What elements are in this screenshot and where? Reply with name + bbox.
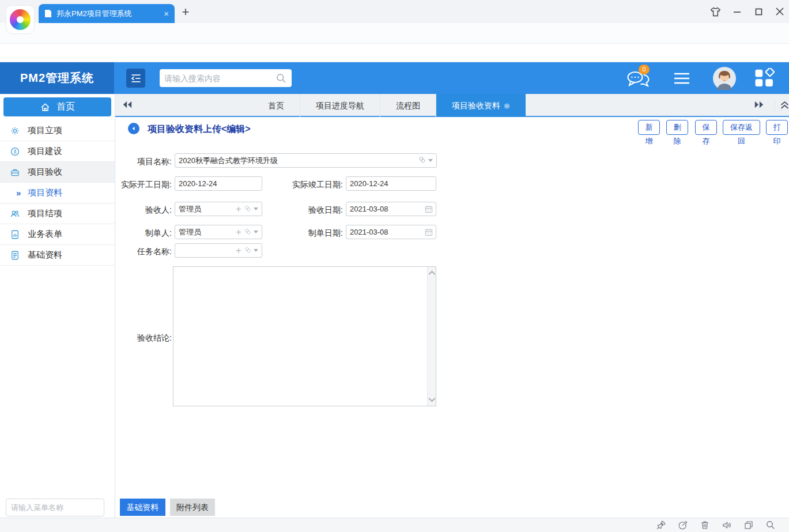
sidebar-item-project-acceptance[interactable]: 项目验收 [0, 162, 115, 183]
dropdown-caret-icon[interactable] [254, 249, 258, 252]
dropdown-caret-icon[interactable] [428, 159, 433, 162]
document-icon [9, 250, 21, 261]
back-arrow-icon [131, 126, 137, 131]
sidebar-collapse-button[interactable] [126, 69, 145, 88]
page-favicon-icon [44, 9, 52, 18]
browser-logo[interactable] [6, 5, 35, 34]
sidebar-item-project-closure[interactable]: 项目结项 [0, 203, 115, 224]
sidebar-item-label: 项目验收 [28, 167, 62, 178]
acceptor-input[interactable] [175, 205, 234, 213]
accept-date-input[interactable] [346, 205, 424, 213]
browser-tab[interactable]: 邦永PM2项目管理系统 × [39, 4, 175, 23]
calendar-icon[interactable] [424, 205, 433, 214]
scroll-down-icon[interactable] [428, 397, 436, 402]
print-button[interactable]: 打印 [766, 120, 788, 135]
sidebar-item-project-documents[interactable]: » 项目资料 [0, 183, 115, 203]
global-search-box[interactable] [160, 69, 292, 87]
add-button[interactable]: 新增 [638, 120, 660, 135]
textarea-scrollbar[interactable] [427, 267, 436, 406]
save-return-button[interactable]: 保存返回 [723, 120, 760, 135]
calendar-icon[interactable] [424, 228, 433, 237]
search-icon[interactable] [275, 73, 287, 84]
delete-button[interactable]: 删除 [666, 120, 688, 135]
sidebar-item-project-construction[interactable]: $ 项目建设 [0, 141, 115, 162]
task-name-input[interactable] [175, 246, 234, 255]
svg-text:$: $ [14, 149, 17, 154]
volume-icon[interactable] [722, 520, 733, 531]
boost-rocket-icon[interactable] [656, 520, 667, 531]
actual-end-label: 实际竣工日期: [274, 180, 343, 190]
message-count-badge: 0 [639, 65, 650, 74]
gear-icon [9, 126, 21, 136]
sidebar-item-base-data[interactable]: 基础资料 [0, 245, 115, 266]
project-name-combo[interactable] [175, 153, 437, 168]
actual-start-label: 实际开工日期: [103, 180, 172, 190]
sidebar-item-project-initiation[interactable]: 项目立项 [0, 120, 115, 141]
make-date-input[interactable] [346, 228, 424, 236]
conclusion-textarea[interactable] [173, 267, 427, 406]
header-menu-button[interactable] [673, 72, 690, 85]
bottom-tab-base-data[interactable]: 基础资料 [120, 499, 165, 516]
task-name-combo[interactable]: + [175, 243, 262, 258]
menu-search-box[interactable] [6, 499, 104, 516]
work-tab-label: 项目验收资料 [452, 101, 500, 110]
user-avatar[interactable] [713, 67, 736, 90]
add-task-icon[interactable]: + [234, 247, 243, 255]
trash-icon[interactable] [700, 520, 711, 531]
clear-selection-icon[interactable] [243, 247, 251, 255]
project-name-input[interactable] [175, 156, 417, 165]
maker-input[interactable] [175, 228, 234, 236]
work-tab-progress-nav[interactable]: 项目进度导航 [300, 94, 380, 117]
sidebar-item-label: 业务表单 [28, 229, 62, 240]
hamburger-icon [673, 72, 690, 85]
accept-date-picker[interactable] [346, 202, 436, 216]
conclusion-textarea-wrap [173, 266, 436, 406]
browser-titlebar: 邦永PM2项目管理系统 × + [0, 0, 789, 23]
tabs-collapse-up-icon[interactable] [775, 100, 789, 111]
tab-close-circle-icon[interactable]: ⊗ [504, 101, 510, 110]
browser-statusbar [0, 518, 789, 532]
acceptor-combo[interactable]: + [175, 202, 262, 216]
work-tab-home[interactable]: 首页 [252, 94, 300, 117]
minimize-button[interactable] [730, 5, 745, 18]
back-button[interactable] [128, 123, 139, 134]
windows-pages-icon[interactable] [743, 520, 755, 531]
actual-start-input[interactable] [175, 176, 262, 191]
tabs-scroll-right-icon[interactable] [754, 100, 767, 111]
sidebar-item-business-forms[interactable]: 业务表单 [0, 224, 115, 245]
work-tab-label: 流程图 [396, 101, 420, 110]
add-person-icon[interactable]: + [234, 205, 243, 213]
work-tab-acceptance-docs[interactable]: 项目验收资料⊗ [436, 94, 526, 117]
skin-theme-icon[interactable] [708, 5, 723, 18]
tab-close-icon[interactable]: × [164, 9, 169, 18]
new-tab-button[interactable]: + [179, 5, 192, 20]
actual-end-input[interactable] [346, 176, 436, 191]
global-search-input[interactable] [164, 74, 275, 83]
close-window-button[interactable] [772, 5, 787, 18]
conclusion-label: 验收结论: [103, 333, 172, 344]
dropdown-caret-icon[interactable] [254, 207, 258, 210]
make-date-picker[interactable] [346, 225, 436, 239]
sidebar-item-home[interactable]: 首页 [3, 97, 111, 116]
clear-selection-icon[interactable] [243, 228, 251, 236]
bookmarks-bar: 收藏栏 百度 Axure中继 清华审计演 a Axure 内联 [0, 44, 789, 62]
speed-mode-icon[interactable] [678, 520, 689, 531]
add-person-icon[interactable]: + [234, 228, 243, 236]
maximize-button[interactable] [751, 5, 766, 18]
scroll-up-icon[interactable] [428, 270, 436, 276]
bottom-tab-attachments[interactable]: 附件列表 [170, 499, 215, 516]
menu-search-input[interactable] [11, 503, 112, 512]
clear-selection-icon[interactable] [243, 205, 251, 213]
dropdown-caret-icon[interactable] [254, 231, 258, 233]
work-tab-label: 首页 [268, 101, 284, 110]
maker-combo[interactable]: + [175, 225, 262, 239]
work-tab-label: 项目进度导航 [316, 101, 364, 110]
home-icon [40, 102, 51, 112]
save-button[interactable]: 保存 [695, 120, 717, 135]
tabs-scroll-left-icon[interactable] [122, 100, 135, 111]
make-date-label: 制单日期: [274, 228, 343, 239]
work-tab-flowchart[interactable]: 流程图 [380, 94, 436, 117]
apps-grid-button[interactable] [754, 68, 776, 89]
find-on-page-icon[interactable] [765, 520, 777, 531]
clear-selection-icon[interactable] [417, 156, 426, 165]
